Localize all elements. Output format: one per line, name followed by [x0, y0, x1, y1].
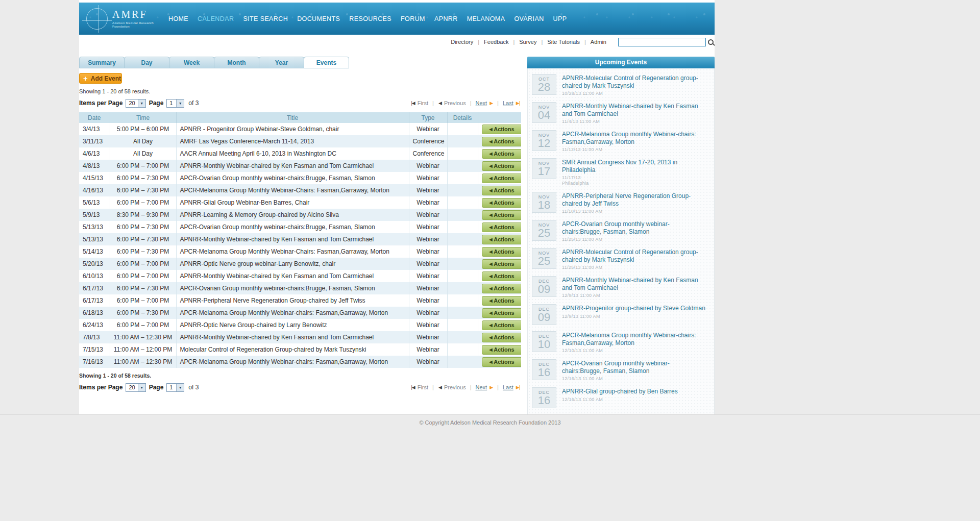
- tab-month[interactable]: Month: [214, 57, 259, 68]
- first-page-icon[interactable]: |◀: [411, 385, 414, 390]
- last-page-icon[interactable]: ▶|: [516, 101, 520, 106]
- tab-events[interactable]: Events: [304, 57, 349, 68]
- row-actions-button[interactable]: ◀ Actions: [482, 357, 522, 367]
- tab-summary[interactable]: Summary: [79, 57, 125, 68]
- next-page-link[interactable]: Next: [476, 384, 487, 390]
- page-select[interactable]: 1 ▼: [166, 99, 184, 108]
- last-page-link[interactable]: Last: [503, 384, 513, 390]
- nav-apnrr[interactable]: APNRR: [430, 15, 462, 22]
- row-actions-button[interactable]: ◀ Actions: [482, 320, 522, 330]
- next-page-icon[interactable]: ▶: [489, 101, 493, 106]
- utility-link-site-tutorials[interactable]: Site Tutorials: [547, 39, 580, 45]
- row-actions-button[interactable]: ◀ Actions: [482, 308, 522, 318]
- cell-actions: ◀ Actions: [478, 307, 521, 319]
- last-page-link[interactable]: Last: [503, 100, 513, 106]
- upcoming-event: NOV12APCR-Melanoma Group monthly Webinar…: [528, 127, 714, 155]
- page-select[interactable]: 1 ▼: [166, 383, 184, 392]
- row-actions-button[interactable]: ◀ Actions: [482, 296, 522, 306]
- previous-page-link[interactable]: Previous: [444, 100, 466, 106]
- nav-forum[interactable]: FORUM: [396, 15, 430, 22]
- table-row: 6/24/136:00 PM – 7:00 PMAPNRR-Optic Nerv…: [79, 319, 521, 331]
- nav-melanoma[interactable]: MELANOMA: [462, 15, 510, 22]
- nav-ovarian[interactable]: OVARIAN: [509, 15, 548, 22]
- add-event-button[interactable]: + Add Event: [79, 73, 122, 84]
- items-per-page-select[interactable]: 20 ▼: [126, 99, 145, 108]
- column-header-time: Time: [110, 112, 176, 123]
- utility-link-feedback[interactable]: Feedback: [484, 39, 508, 45]
- row-actions-button[interactable]: ◀ Actions: [482, 137, 522, 146]
- nav-calendar[interactable]: CALENDAR: [193, 15, 238, 22]
- event-title-link[interactable]: APCR-Ovarian Group monthly webinar-chair…: [562, 360, 709, 375]
- event-location: Philadelphia: [562, 181, 709, 186]
- event-day: 10: [532, 339, 556, 350]
- items-per-page-select[interactable]: 20 ▼: [126, 383, 145, 392]
- pagination-nav: |◀ First | ◀ Previous | Next ▶ | Last ▶|: [409, 100, 521, 106]
- tab-year[interactable]: Year: [259, 57, 304, 68]
- utility-link-directory[interactable]: Directory: [451, 39, 473, 45]
- row-actions-button[interactable]: ◀ Actions: [482, 125, 522, 134]
- event-title-link[interactable]: APNRR-Progenitor group-chaired by Steve …: [562, 305, 705, 312]
- tab-day[interactable]: Day: [124, 57, 169, 68]
- nav-documents[interactable]: DOCUMENTS: [292, 15, 345, 22]
- cell-details: [447, 245, 478, 258]
- event-title-link[interactable]: APNRR-Molecular Control of Regeneration …: [562, 249, 709, 263]
- event-title-link[interactable]: APCR-Melanoma Group monthly Webinar-chai…: [562, 332, 709, 346]
- utility-link-survey[interactable]: Survey: [519, 39, 536, 45]
- row-actions-button[interactable]: ◀ Actions: [482, 345, 522, 355]
- row-actions-button[interactable]: ◀ Actions: [482, 235, 522, 244]
- row-actions-button[interactable]: ◀ Actions: [482, 186, 522, 195]
- row-actions-button[interactable]: ◀ Actions: [482, 259, 522, 269]
- event-title-link[interactable]: APNRR-Monthly Webinar-chaired by Ken Fas…: [562, 103, 709, 117]
- row-actions-button[interactable]: ◀ Actions: [482, 198, 522, 208]
- cell-time: 6:00 PM – 7:30 PM: [110, 221, 176, 233]
- cell-details: [447, 184, 478, 196]
- cell-date: 7/16/13: [79, 356, 110, 368]
- event-title-link[interactable]: APNRR-Glial group-chaired by Ben Barres: [562, 388, 678, 395]
- event-title-link[interactable]: APNRR-Monthly Webinar-chaired by Ken Fas…: [562, 277, 709, 291]
- first-page-link[interactable]: First: [418, 384, 428, 390]
- row-actions-button[interactable]: ◀ Actions: [482, 222, 522, 232]
- nav-home[interactable]: HOME: [164, 15, 193, 22]
- event-title-link[interactable]: APNRR-Molecular Control of Regeneration …: [562, 75, 709, 89]
- results-summary-top: Showing 1 - 20 of 58 results.: [79, 88, 521, 94]
- row-actions-button[interactable]: ◀ Actions: [482, 284, 522, 293]
- previous-page-icon[interactable]: ◀: [438, 385, 442, 390]
- tab-week[interactable]: Week: [169, 57, 214, 68]
- row-actions-button[interactable]: ◀ Actions: [482, 161, 522, 171]
- search-input[interactable]: [618, 38, 706, 46]
- event-title-link[interactable]: SMR Annual Congress Nov 17-20, 2013 in P…: [562, 159, 709, 173]
- amrf-logo[interactable]: AMRF Adelson Medical Research Foundation: [86, 8, 163, 30]
- cell-actions: ◀ Actions: [478, 270, 521, 282]
- cell-type: Webinar: [409, 209, 447, 221]
- next-page-link[interactable]: Next: [476, 100, 487, 106]
- row-actions-button[interactable]: ◀ Actions: [482, 271, 522, 281]
- first-page-icon[interactable]: |◀: [411, 101, 414, 106]
- next-page-icon[interactable]: ▶: [489, 385, 493, 390]
- upcoming-event: OCT28APNRR-Molecular Control of Regenera…: [528, 71, 714, 99]
- previous-page-link[interactable]: Previous: [444, 384, 466, 390]
- event-title-link[interactable]: APCR-Ovarian Group monthly webinar-chair…: [562, 220, 709, 235]
- logo-text: AMRF: [112, 9, 159, 20]
- cell-type: Webinar: [409, 196, 447, 209]
- cell-details: [447, 294, 478, 307]
- row-actions-button[interactable]: ◀ Actions: [482, 173, 522, 183]
- last-page-icon[interactable]: ▶|: [516, 385, 520, 390]
- nav-site-search[interactable]: SITE SEARCH: [238, 15, 292, 22]
- row-actions-button[interactable]: ◀ Actions: [482, 333, 522, 342]
- cell-title: APNRR-Monthly Webinar-chaired by Ken Fas…: [176, 233, 409, 245]
- table-row: 5/20/136:00 PM – 7:00 PMAPNRR-Optic Nerv…: [79, 258, 521, 270]
- cell-actions: ◀ Actions: [478, 172, 521, 184]
- row-actions-button[interactable]: ◀ Actions: [482, 149, 522, 159]
- row-actions-button[interactable]: ◀ Actions: [482, 210, 522, 220]
- event-title-link[interactable]: APCR-Melanoma Group monthly Webinar-chai…: [562, 131, 709, 145]
- search-icon[interactable]: [708, 39, 714, 45]
- nav-upp[interactable]: UPP: [549, 15, 572, 22]
- nav-resources[interactable]: RESOURCES: [345, 15, 396, 22]
- left-triangle-icon: ◀: [489, 360, 492, 364]
- first-page-link[interactable]: First: [418, 100, 428, 106]
- previous-page-icon[interactable]: ◀: [438, 101, 442, 106]
- utility-link-admin[interactable]: Admin: [591, 39, 606, 45]
- event-title-link[interactable]: APNRR-Peripheral Nerve Regeneration Grou…: [562, 192, 709, 207]
- event-datetime: 11/17/13: [562, 175, 709, 180]
- row-actions-button[interactable]: ◀ Actions: [482, 247, 522, 257]
